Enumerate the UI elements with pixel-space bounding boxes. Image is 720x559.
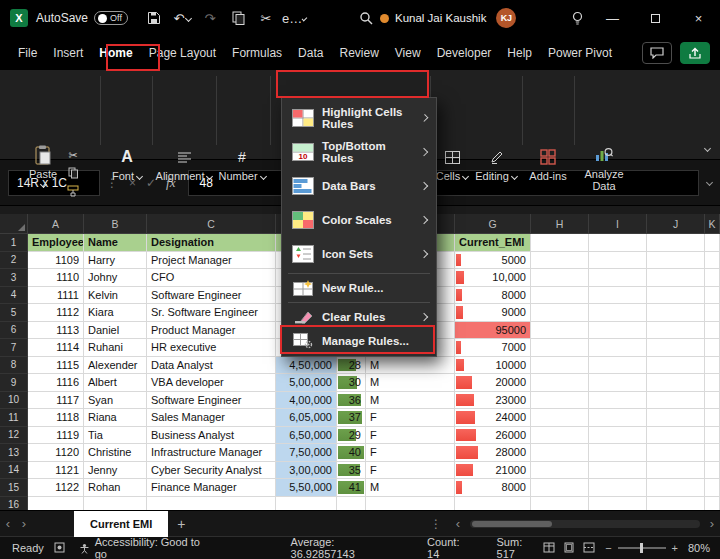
cell-J2[interactable] [647,252,705,270]
formula-bar-expand-icon[interactable] [706,179,713,186]
cell-B1[interactable]: Name [84,234,147,252]
autosave-toggle[interactable]: AutoSave Off [36,11,128,25]
editing-group-button[interactable]: Editing [473,146,519,182]
cell-C6[interactable]: Product Manager [147,322,276,340]
menu-item-color-scales[interactable]: Color Scales [282,203,436,237]
cell-C15[interactable]: Finance Manager [147,479,276,497]
cell-C7[interactable]: HR executive [147,339,276,357]
cell-A14[interactable]: 1121 [28,462,84,480]
cell-B8[interactable]: Alexender [84,357,147,375]
cell-H7[interactable] [531,339,589,357]
cell-K1[interactable] [705,234,720,252]
cell-I13[interactable] [589,444,647,462]
lightbulb-icon[interactable] [565,6,589,30]
column-header-B[interactable]: B [84,214,147,234]
select-all-corner[interactable] [0,214,28,234]
cell-E8[interactable]: 28 [337,357,366,375]
analyze-data-button[interactable]: Analyze Data [578,144,630,192]
cell-H14[interactable] [531,462,589,480]
cell-K8[interactable] [705,357,720,375]
menu-tab-insert[interactable]: Insert [45,40,91,66]
status-sum[interactable]: Sum: 517 [497,536,544,559]
row-header-16[interactable]: 16 [0,497,28,511]
cell-H5[interactable] [531,304,589,322]
cell-F12[interactable]: F [366,427,455,445]
cell-G13[interactable]: 28000 [455,444,531,462]
cell-A10[interactable]: 1117 [28,392,84,410]
ribbon-collapse-icon[interactable] [704,145,711,152]
menu-tab-view[interactable]: View [387,40,429,66]
cell-F11[interactable]: F [366,409,455,427]
macro-record-icon[interactable] [54,542,65,555]
menu-tab-formulas[interactable]: Formulas [224,40,290,66]
cell-K2[interactable] [705,252,720,270]
cell-J1[interactable] [647,234,705,252]
cell-H12[interactable] [531,427,589,445]
column-header-K[interactable]: K [705,214,720,234]
menu-tab-developer[interactable]: Developer [429,40,500,66]
cell-F9[interactable]: M [366,374,455,392]
number-group-button[interactable]: # Number [218,146,266,182]
cell-D9[interactable]: 5,00,000 [276,374,337,392]
cell-A15[interactable]: 1122 [28,479,84,497]
hscroll-left-icon[interactable]: ‹ [450,516,466,531]
copy-icon[interactable] [226,6,250,30]
cell-I9[interactable] [589,374,647,392]
cell-E16[interactable] [337,497,366,511]
row-header-6[interactable]: 6 [0,322,28,340]
cell-K9[interactable] [705,374,720,392]
cell-E13[interactable]: 40 [337,444,366,462]
row-header-10[interactable]: 10 [0,392,28,410]
menu-tab-page-layout[interactable]: Page Layout [141,40,224,66]
cell-I10[interactable] [589,392,647,410]
cell-G9[interactable]: 20000 [455,374,531,392]
cell-H2[interactable] [531,252,589,270]
zoom-out-button[interactable]: − [605,542,611,554]
cell-A6[interactable]: 1113 [28,322,84,340]
accessibility-status[interactable]: Accessibility: Good to go [79,536,215,559]
cell-C11[interactable]: Sales Manager [147,409,276,427]
menu-item-icon-sets[interactable]: Icon Sets [282,237,436,271]
column-header-J[interactable]: J [647,214,705,234]
sheet-options-icon[interactable]: ⋮ [430,517,442,531]
horizontal-scrollbar[interactable] [470,520,700,528]
cell-G3[interactable]: 10,000 [455,269,531,287]
menu-item-clear-rules[interactable]: Clear Rules [282,305,436,329]
view-page-layout-icon[interactable] [563,542,575,555]
save-icon[interactable] [142,6,166,30]
cell-D12[interactable]: 6,50,000 [276,427,337,445]
cell-E10[interactable]: 36 [337,392,366,410]
user-avatar[interactable]: KJ [496,8,516,28]
zoom-in-button[interactable]: + [672,542,678,554]
paste-dropdown-icon[interactable] [39,181,46,188]
cell-I5[interactable] [589,304,647,322]
cell-H11[interactable] [531,409,589,427]
sheet-nav-right-icon[interactable]: › [16,516,32,531]
hscroll-right-icon[interactable]: › [704,516,720,531]
menu-tab-home[interactable]: Home [91,40,140,66]
cell-K14[interactable] [705,462,720,480]
menu-item-new-rule[interactable]: New Rule... [282,276,436,300]
cell-H15[interactable] [531,479,589,497]
cell-A4[interactable]: 1111 [28,287,84,305]
cell-D16[interactable] [276,497,337,511]
cell-C13[interactable]: Infrastructure Manager [147,444,276,462]
cell-I3[interactable] [589,269,647,287]
cell-C1[interactable]: Designation [147,234,276,252]
row-header-4[interactable]: 4 [0,287,28,305]
cell-I7[interactable] [589,339,647,357]
cell-H3[interactable] [531,269,589,287]
cut-icon[interactable]: ✂ [64,148,82,162]
menu-item-top-bottom-rules[interactable]: 10Top/Bottom Rules [282,135,436,169]
cell-C3[interactable]: CFO [147,269,276,287]
cell-J13[interactable] [647,444,705,462]
cell-K6[interactable] [705,322,720,340]
row-header-15[interactable]: 15 [0,479,28,497]
cell-G4[interactable]: 8000 [455,287,531,305]
sheet-tab-current-emi[interactable]: Current EMI [74,511,168,537]
cell-G6[interactable]: 95000 [455,322,531,340]
menu-tab-data[interactable]: Data [290,40,331,66]
menu-tab-power-pivot[interactable]: Power Pivot [540,40,620,66]
user-account[interactable]: Kunal Jai Kaushik [380,12,486,24]
cell-I6[interactable] [589,322,647,340]
